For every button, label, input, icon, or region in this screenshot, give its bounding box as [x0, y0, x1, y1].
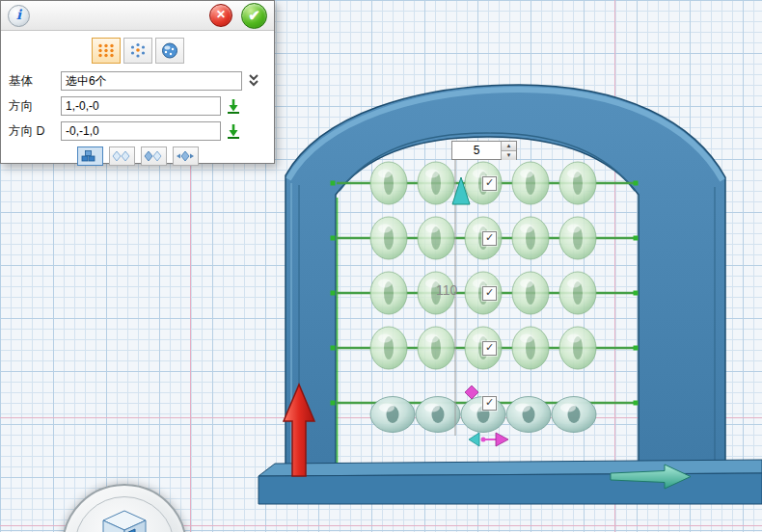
pick-direction-d-icon[interactable] — [226, 123, 241, 140]
bead-teal — [552, 397, 596, 433]
count-spinner-value[interactable]: 5 — [452, 142, 501, 159]
base-field-label: 基体 — [9, 73, 61, 90]
bead-green-preview — [512, 272, 549, 314]
second-direction-handle[interactable] — [469, 433, 508, 446]
instance-toggle-checkbox[interactable]: ✓ — [482, 286, 497, 301]
base-input[interactable] — [61, 71, 242, 91]
bead-green-preview — [370, 327, 407, 369]
bead-green-preview — [559, 272, 596, 314]
pattern-preview-beads — [370, 162, 596, 369]
bead-green-preview — [512, 327, 549, 369]
handle-magenta-arrow-icon[interactable] — [496, 433, 508, 446]
layout-option-boxes[interactable] — [77, 146, 103, 166]
pick-direction-icon[interactable] — [226, 98, 241, 115]
rod-end-handle[interactable] — [634, 401, 639, 406]
bead-green-preview — [418, 217, 454, 259]
rod-end-handle[interactable] — [634, 346, 639, 351]
cancel-button[interactable]: ✕ — [209, 4, 232, 27]
bead-green-preview — [370, 162, 407, 204]
rod-end-handle[interactable] — [331, 401, 336, 406]
bead-green-preview — [559, 217, 596, 259]
direction-field-label: 方向 — [9, 98, 61, 115]
bead-teal — [370, 397, 415, 433]
bead-green-preview — [370, 217, 407, 259]
pattern-dialog: i ✕ ✔ — [0, 0, 275, 164]
sphere-pattern-icon — [160, 42, 179, 59]
circular-pattern-icon — [128, 42, 148, 59]
tab-sphere-pattern[interactable] — [155, 38, 184, 64]
info-icon[interactable]: i — [8, 5, 30, 27]
bead-green-preview — [559, 327, 596, 369]
linear-pattern-icon — [96, 42, 116, 59]
bead-green-preview — [559, 162, 596, 204]
dialog-titlebar: i ✕ ✔ — [1, 1, 274, 31]
instance-toggle-checkbox[interactable]: ✓ — [482, 176, 497, 191]
instance-toggle-checkbox[interactable]: ✓ — [482, 396, 497, 411]
layout-option-diamond-arrows[interactable] — [173, 146, 199, 166]
boxes-layout-icon — [80, 149, 99, 163]
rod-end-handle[interactable] — [634, 181, 639, 186]
bead-green-preview — [418, 327, 454, 369]
rod-end-handle[interactable] — [331, 181, 336, 186]
direction-d-input[interactable] — [61, 121, 221, 141]
pattern-type-tabs — [1, 31, 274, 68]
view-cube-icon[interactable] — [94, 501, 155, 532]
layout-option-diamonds[interactable] — [109, 146, 135, 166]
rod-end-handle[interactable] — [634, 291, 639, 296]
bead-green-preview — [370, 272, 407, 314]
pattern-layout-options — [1, 144, 274, 166]
field-row-direction-d: 方向 D — [1, 119, 274, 144]
rod-end-handle[interactable] — [331, 236, 336, 241]
spinner-up-button[interactable]: ▲ — [502, 142, 516, 151]
bead-green-preview — [418, 162, 454, 204]
diamonds-layout-icon — [112, 149, 131, 163]
spinner-down-button[interactable]: ▼ — [502, 151, 516, 160]
diamonds-filled-layout-icon — [144, 149, 163, 163]
rod-end-handle[interactable] — [331, 291, 336, 296]
confirm-button[interactable]: ✔ — [241, 3, 267, 29]
dimension-value: 110 — [436, 282, 458, 298]
layout-option-diamonds-filled[interactable] — [141, 146, 167, 166]
bead-teal — [416, 397, 460, 433]
bead-green-preview — [512, 217, 549, 259]
instance-toggle-checkbox[interactable]: ✓ — [482, 341, 497, 356]
expand-chevron-icon[interactable] — [247, 73, 260, 89]
bead-teal — [506, 397, 551, 433]
rod-end-handle[interactable] — [634, 236, 639, 241]
direction-d-field-label: 方向 D — [9, 123, 61, 140]
field-row-direction: 方向 — [1, 93, 274, 119]
diamond-arrows-layout-icon — [176, 149, 195, 163]
handle-cyan-arrow-icon[interactable] — [469, 433, 479, 446]
rod-end-handle[interactable] — [331, 346, 336, 351]
instance-toggle-checkbox[interactable]: ✓ — [482, 231, 497, 246]
field-row-base: 基体 — [1, 68, 274, 93]
tab-linear-pattern[interactable] — [92, 38, 121, 64]
bead-green-preview — [512, 162, 549, 204]
pattern-origin-diamond-handle[interactable] — [465, 386, 478, 399]
direction-input[interactable] — [61, 96, 221, 116]
abacus-base — [259, 460, 762, 504]
count-spinner[interactable]: 5 ▲ ▼ — [451, 141, 517, 160]
tab-circular-pattern[interactable] — [123, 38, 152, 64]
